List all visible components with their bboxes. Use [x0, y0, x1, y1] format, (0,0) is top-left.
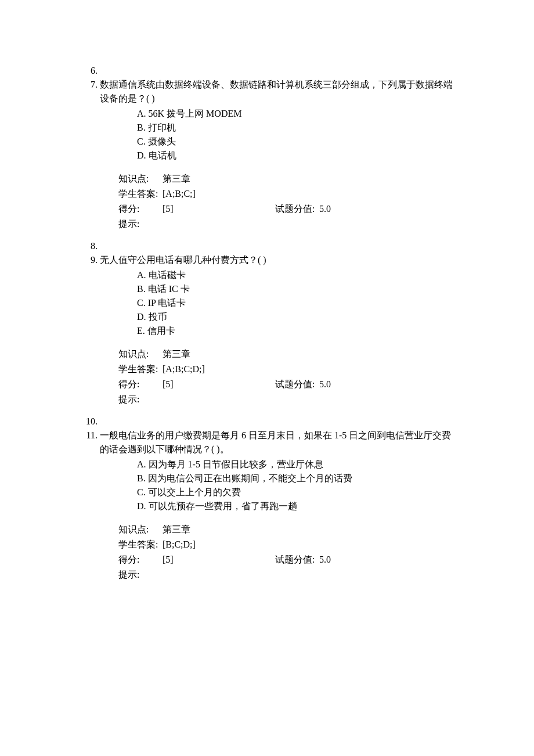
option-text: 电话机	[149, 150, 176, 160]
option-letter: B.	[137, 123, 146, 132]
option-letter: D.	[137, 501, 146, 511]
max-score-label: 试题分值:	[275, 203, 317, 214]
page: 数据通信系统由数据终端设备、数据链路和计算机系统三部分组成，下列属于数据终端设备…	[0, 0, 534, 756]
option-text: 投币	[149, 312, 167, 322]
list-spacer	[100, 239, 453, 253]
option-text: 可以交上上个月的欠费	[148, 487, 241, 497]
score-value: [5]	[163, 202, 174, 216]
option-letter: C.	[137, 487, 146, 497]
option: C. IP 电话卡	[137, 296, 453, 310]
option-text: 因为电信公司正在出账期间，不能交上个月的话费	[148, 473, 352, 483]
option-text: 56K 拨号上网 MODEM	[149, 109, 242, 118]
meta-block: 知识点:第三章学生答案:[A;B;C;D;]得分:[5]试题分值:5.0提示:	[100, 347, 453, 406]
hint-label: 提示:	[118, 393, 160, 406]
option-text: 摄像头	[148, 136, 176, 146]
option-text: 打印机	[148, 123, 176, 132]
student-answer-label: 学生答案:	[118, 539, 160, 550]
option-list: A. 56K 拨号上网 MODEMB. 打印机C. 摄像头D. 电话机	[100, 107, 453, 163]
hint-row: 提示:	[118, 393, 453, 406]
knowledge-point-label: 知识点:	[118, 172, 160, 186]
option-letter: A.	[137, 109, 146, 118]
knowledge-point-value: 第三章	[163, 347, 190, 361]
score-row: 得分:[5]试题分值:5.0	[118, 377, 453, 391]
hint-row: 提示:	[118, 217, 453, 231]
hint-label: 提示:	[118, 217, 160, 231]
option-letter: E.	[137, 326, 145, 336]
student-answer-value: [A;B;C;]	[163, 187, 196, 201]
question-text: 数据通信系统由数据终端设备、数据链路和计算机系统三部分组成，下列属于数据终端设备…	[100, 78, 453, 106]
option-text: 可以先预存一些费用，省了再跑一趟	[149, 501, 297, 511]
option: E. 信用卡	[137, 324, 453, 338]
score-label: 得分:	[118, 553, 160, 567]
option: A. 56K 拨号上网 MODEM	[137, 107, 453, 121]
score-row: 得分:[5]试题分值:5.0	[118, 202, 453, 216]
option-text: 因为每月 1-5 日节假日比较多，营业厅休息	[149, 459, 323, 469]
option: C. 摄像头	[137, 135, 453, 149]
student-answer-row: 学生答案:[A;B;C;D;]	[118, 362, 453, 376]
option-letter: B.	[137, 473, 146, 483]
question-item: 无人值守公用电话有哪几种付费方式？( )A. 电话磁卡B. 电话 IC 卡C. …	[100, 253, 453, 406]
knowledge-point-row: 知识点:第三章	[118, 172, 453, 186]
knowledge-point-label: 知识点:	[118, 347, 160, 361]
list-spacer	[100, 415, 453, 429]
question-text: 无人值守公用电话有哪几种付费方式？( )	[100, 253, 453, 267]
option: D. 投币	[137, 310, 453, 324]
option: A. 因为每月 1-5 日节假日比较多，营业厅休息	[137, 458, 453, 471]
option: D. 电话机	[137, 149, 453, 163]
option: C. 可以交上上个月的欠费	[137, 485, 453, 499]
knowledge-point-label: 知识点:	[118, 523, 160, 537]
option-letter: D.	[137, 150, 146, 160]
max-score-label: 试题分值:	[275, 379, 317, 390]
knowledge-point-row: 知识点:第三章	[118, 347, 453, 361]
hint-row: 提示:	[118, 568, 453, 582]
option: A. 电话磁卡	[137, 268, 453, 282]
option-letter: B.	[137, 284, 146, 294]
max-score-value: 5.0	[319, 377, 331, 391]
max-score-right: 试题分值:5.0	[275, 202, 331, 216]
meta-block: 知识点:第三章学生答案:[A;B;C;]得分:[5]试题分值:5.0提示:	[100, 172, 453, 231]
option-text: 电话磁卡	[149, 270, 186, 280]
hint-label: 提示:	[118, 568, 160, 582]
option-letter: A.	[137, 270, 146, 280]
option-text: 电话 IC 卡	[148, 284, 190, 294]
student-answer-label: 学生答案:	[118, 363, 160, 375]
score-label: 得分:	[118, 202, 160, 216]
student-answer-row: 学生答案:[A;B;C;]	[118, 187, 453, 201]
student-answer-row: 学生答案:[B;C;D;]	[118, 538, 453, 552]
score-left: 得分:[5]	[118, 377, 275, 391]
score-left: 得分:[5]	[118, 202, 275, 216]
score-row: 得分:[5]试题分值:5.0	[118, 553, 453, 567]
score-label: 得分:	[118, 377, 160, 391]
option-letter: C.	[137, 136, 146, 146]
student-answer-value: [A;B;C;D;]	[163, 362, 205, 376]
option-list: A. 因为每月 1-5 日节假日比较多，营业厅休息B. 因为电信公司正在出账期间…	[100, 458, 453, 513]
knowledge-point-value: 第三章	[163, 523, 190, 537]
knowledge-point-value: 第三章	[163, 172, 190, 186]
question-item: 数据通信系统由数据终端设备、数据链路和计算机系统三部分组成，下列属于数据终端设备…	[100, 78, 453, 231]
option-list: A. 电话磁卡B. 电话 IC 卡C. IP 电话卡D. 投币E. 信用卡	[100, 268, 453, 338]
score-value: [5]	[163, 377, 174, 391]
question-list: 数据通信系统由数据终端设备、数据链路和计算机系统三部分组成，下列属于数据终端设备…	[81, 64, 453, 582]
meta-block: 知识点:第三章学生答案:[B;C;D;]得分:[5]试题分值:5.0提示:	[100, 523, 453, 582]
question-item: 一般电信业务的用户缴费期是每月 6 日至月末日，如果在 1-5 日之间到电信营业…	[100, 429, 453, 582]
option: B. 打印机	[137, 121, 453, 135]
max-score-label: 试题分值:	[275, 554, 317, 565]
option-letter: C.	[137, 298, 146, 308]
score-value: [5]	[163, 553, 174, 567]
list-spacer	[100, 64, 453, 78]
option-letter: D.	[137, 312, 146, 322]
option: D. 可以先预存一些费用，省了再跑一趟	[137, 499, 453, 513]
max-score-value: 5.0	[319, 202, 331, 216]
score-left: 得分:[5]	[118, 553, 275, 567]
option-text: IP 电话卡	[148, 298, 186, 308]
max-score-value: 5.0	[319, 553, 331, 567]
student-answer-value: [B;C;D;]	[163, 538, 196, 552]
option-text: 信用卡	[147, 326, 175, 336]
max-score-right: 试题分值:5.0	[275, 377, 331, 391]
question-text: 一般电信业务的用户缴费期是每月 6 日至月末日，如果在 1-5 日之间到电信营业…	[100, 429, 453, 456]
max-score-right: 试题分值:5.0	[275, 553, 331, 567]
knowledge-point-row: 知识点:第三章	[118, 523, 453, 537]
option: B. 因为电信公司正在出账期间，不能交上个月的话费	[137, 471, 453, 485]
option: B. 电话 IC 卡	[137, 282, 453, 296]
student-answer-label: 学生答案:	[118, 188, 160, 199]
